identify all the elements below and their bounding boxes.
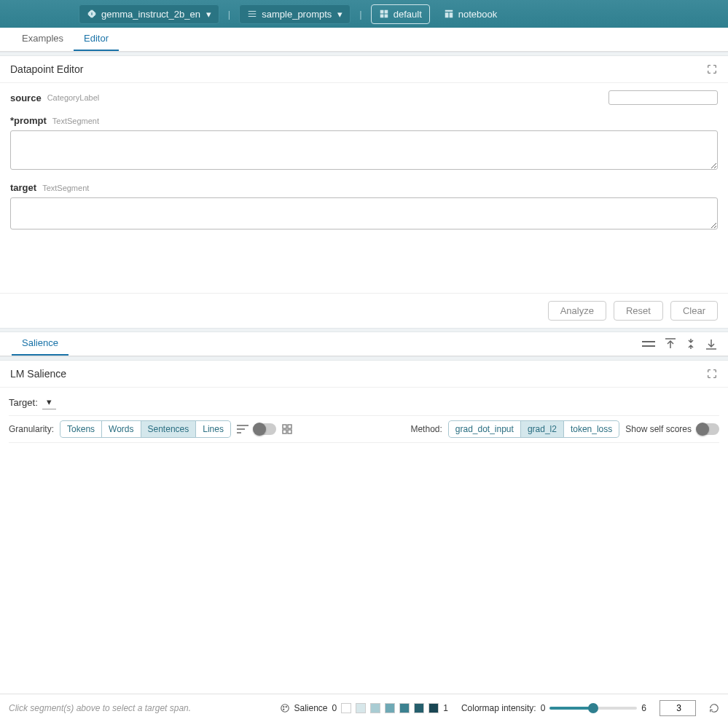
svg-rect-8 [288, 425, 291, 428]
colormap-slider[interactable] [549, 707, 637, 710]
granularity-words[interactable]: Words [101, 420, 141, 438]
salience-controls: Granularity: Tokens Words Sentences Line… [9, 415, 719, 443]
clear-button[interactable]: Clear [670, 301, 718, 321]
colormap-number-input[interactable] [659, 700, 696, 716]
legend-min: 0 [332, 703, 337, 713]
prompt-input[interactable] [10, 130, 718, 170]
swatch-4 [399, 703, 410, 713]
colormap-min: 0 [541, 703, 546, 713]
legend-max: 1 [443, 703, 448, 713]
target-label: Target: [9, 397, 38, 408]
svg-rect-9 [283, 430, 286, 433]
colormap-max: 6 [641, 703, 646, 713]
target-dropdown[interactable]: ▾ [42, 395, 56, 409]
footer-hint: Click segment(s) above to select a targe… [9, 703, 191, 713]
swatch-6 [428, 703, 439, 713]
field-source: source CategoryLabel [10, 90, 718, 105]
target-type: TextSegment [42, 184, 89, 192]
self-scores-toggle[interactable] [697, 423, 719, 435]
layout-notebook-label: notebook [458, 9, 498, 20]
list-icon [247, 9, 257, 19]
granularity-tokens[interactable]: Tokens [60, 420, 102, 438]
reset-button[interactable]: Reset [614, 301, 663, 321]
svg-point-12 [283, 707, 283, 707]
layout-default-label: default [394, 9, 422, 20]
colormap-intensity: Colormap intensity: 0 6 [461, 703, 646, 713]
target-row: Target: ▾ [9, 395, 719, 415]
expand-up-icon[interactable] [665, 338, 676, 350]
model-selector[interactable]: gemma_instruct_2b_en ▾ [79, 4, 219, 24]
fullscreen-icon[interactable] [706, 63, 718, 75]
tab-editor[interactable]: Editor [74, 27, 119, 51]
method-grad-l2[interactable]: grad_l2 [520, 420, 564, 438]
field-prompt: *prompt TextSegment [10, 115, 718, 172]
target-label: target [10, 182, 36, 193]
top-bar: gemma_instruct_2b_en ▾ | sample_prompts … [0, 0, 728, 28]
svg-point-11 [281, 705, 289, 713]
svg-rect-10 [288, 430, 291, 433]
prompt-label: *prompt [10, 115, 47, 126]
datapoint-editor-title: Datapoint Editor [10, 63, 83, 75]
salience-legend: Salience 0 1 [280, 703, 448, 713]
lm-salience-header: LM Salience [0, 361, 728, 388]
method-token-loss[interactable]: token_loss [563, 420, 619, 438]
refresh-icon[interactable] [709, 703, 719, 713]
self-scores-label: Show self scores [625, 424, 692, 434]
tab-salience[interactable]: Salience [12, 331, 69, 356]
legend-title: Salience [294, 703, 328, 713]
granularity-sentences[interactable]: Sentences [141, 420, 197, 438]
source-label: source [10, 93, 42, 103]
collapse-icon[interactable] [686, 338, 696, 350]
drag-handle-icon[interactable] [642, 338, 655, 350]
palette-icon [280, 703, 290, 713]
layout-notebook-button[interactable]: notebook [436, 4, 506, 24]
caret-down-icon: ▾ [337, 9, 343, 20]
method-group: grad_dot_input grad_l2 token_loss [448, 420, 619, 438]
svg-point-14 [283, 709, 283, 710]
grid-icon [379, 9, 389, 19]
expand-down-icon[interactable] [706, 338, 716, 350]
granularity-lines[interactable]: Lines [195, 420, 231, 438]
salience-body: Target: ▾ Granularity: Tokens Words Sent… [0, 388, 728, 713]
table-icon [444, 9, 454, 19]
density-toggle[interactable] [254, 423, 276, 435]
separator: | [225, 9, 233, 20]
layout-default-button[interactable]: default [371, 4, 430, 24]
swatch-5 [414, 703, 424, 713]
method-label: Method: [410, 424, 442, 434]
datapoint-editor-header: Datapoint Editor [0, 56, 728, 83]
editor-body: source CategoryLabel *prompt TextSegment… [0, 83, 728, 249]
granularity-label: Granularity: [9, 424, 54, 434]
dataset-selector[interactable]: sample_prompts ▾ [239, 4, 351, 24]
separator: | [356, 9, 364, 20]
swatch-1 [356, 703, 366, 713]
source-input[interactable] [608, 90, 718, 105]
svg-point-13 [286, 707, 286, 707]
salience-footer: Click segment(s) above to select a targe… [0, 694, 728, 722]
salience-tabs: Salience [0, 332, 728, 356]
main-tabs: Examples Editor [0, 28, 728, 52]
caret-down-icon: ▾ [47, 396, 52, 407]
svg-rect-7 [283, 425, 286, 428]
method-grad-dot-input[interactable]: grad_dot_input [448, 420, 521, 438]
field-target: target TextSegment [10, 182, 718, 232]
tab-examples[interactable]: Examples [12, 27, 74, 51]
editor-actions: Analyze Reset Clear [0, 293, 728, 328]
colormap-label: Colormap intensity: [461, 703, 536, 713]
swatch-3 [385, 703, 395, 713]
dataset-name: sample_prompts [262, 9, 332, 20]
source-type: CategoryLabel [47, 93, 100, 102]
salience-content [9, 443, 719, 705]
target-input[interactable] [10, 197, 718, 229]
prompt-type: TextSegment [52, 117, 99, 125]
swatch-0 [341, 703, 351, 713]
fullscreen-icon[interactable] [706, 368, 718, 380]
granularity-group: Tokens Words Sentences Lines [60, 420, 231, 438]
lm-salience-title: LM Salience [10, 368, 66, 380]
caret-down-icon: ▾ [206, 9, 211, 20]
sort-icon[interactable] [237, 424, 248, 434]
grid-view-icon[interactable] [282, 424, 292, 434]
model-name: gemma_instruct_2b_en [101, 9, 200, 20]
analyze-button[interactable]: Analyze [548, 301, 606, 321]
chip-icon [87, 9, 97, 19]
